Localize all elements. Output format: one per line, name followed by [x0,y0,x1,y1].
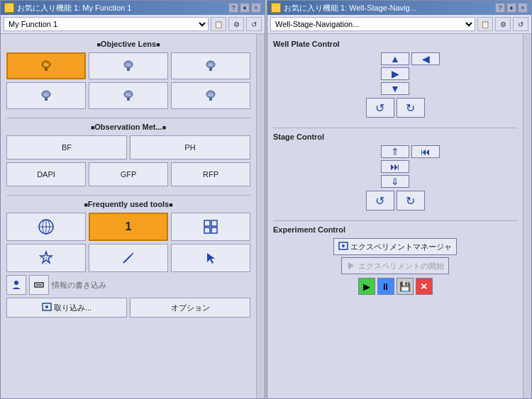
wp-left-button[interactable]: ◀ [411,52,440,65]
left-title-icon [4,3,14,13]
wp-down-button[interactable]: ▼ [381,82,409,95]
obj-4x-button[interactable]: 4x [6,52,86,79]
wand-icon [121,251,135,265]
lens-20x-icon: 20x [204,60,217,72]
close-button[interactable]: × [251,3,261,13]
svg-text:40x: 40x [44,93,48,96]
left-toolbar: My Function 1 📋 ⚙ ↺ [1,15,265,34]
objective-lens-title: Objective Lens [6,40,250,48]
right-title-text: お気に入り機能 1: Well-Stage-Navig... [284,3,416,13]
exp-stop-button[interactable]: ✕ [416,278,433,295]
obj-100x-button[interactable]: 100x [171,82,250,109]
rfp-button[interactable]: RFP [171,162,250,186]
svg-rect-7 [209,68,212,71]
stage-section: Stage Control ⇑ ⏮ ⏭ ⇓ ↺ ↻ [273,133,517,210]
stage-left2-button[interactable]: ⏮ [411,145,440,158]
svg-rect-16 [209,98,212,101]
exp-manager-label: エクスペリメントマネージャ [350,242,452,252]
obj-10x-button[interactable]: 10x [89,52,168,79]
right-copy-button[interactable]: 📋 [477,17,493,31]
well-plate-title: Well Plate Control [273,40,517,48]
left-panel: お気に入り機能 1: My Function 1 ? ♦ × My Functi… [0,0,265,399]
exp-start-row: エクスペリメントの開始 [273,257,517,274]
right-settings-button[interactable]: ⚙ [495,17,511,31]
tool-grid-row1: 1 [6,213,250,241]
ph-button[interactable]: PH [130,135,250,159]
lens-60x-icon: 60x [122,89,135,102]
exp-pause-button[interactable]: ⏸ [377,278,394,295]
navigation-dropdown[interactable]: Well-Stage-Navigation... [270,17,475,31]
grid-icon [204,220,218,234]
obj-20x-button[interactable]: 20x [171,52,250,79]
right-pin-button[interactable]: ♦ [506,3,516,13]
left-panel-inner: Objective Lens 4x 10x [1,34,265,398]
obs-row2: DAPI GFP RFP [6,162,250,186]
function-dropdown[interactable]: My Function 1 [4,17,209,31]
svg-rect-25 [211,227,217,233]
stage-title: Stage Control [273,133,517,141]
exp-save-button[interactable]: 💾 [397,278,414,295]
wp-rotate-ccw-button[interactable]: ↺ [366,98,394,118]
obj-60x-button[interactable]: 60x [89,82,168,109]
stage-down2-button[interactable]: ⇓ [381,175,409,188]
wp-rotate-cw-button[interactable]: ↻ [397,98,425,118]
wp-rotate-row: ↺ ↻ [273,98,517,118]
minus-rect-icon [33,279,45,291]
star-tool-button[interactable] [6,244,86,272]
exp-start-button[interactable]: エクスペリメントの開始 [341,257,449,274]
svg-line-29 [131,253,133,255]
help-button[interactable]: ? [228,3,238,13]
exp-manager-button[interactable]: エクスペリメントマネージャ [333,238,457,255]
experiment-title: Experiment Control [273,225,517,234]
bf-button[interactable]: BF [6,135,127,159]
import-button[interactable]: 取り込み... [6,298,127,317]
objective-lens-section: Objective Lens 4x 10x [6,40,250,109]
observation-title: Observation Met... [6,123,250,131]
svg-rect-4 [127,68,130,71]
pin-button[interactable]: ♦ [240,3,250,13]
svg-text:20x: 20x [209,63,213,67]
pointer-tool-button[interactable] [171,244,250,272]
person-icon-button[interactable] [6,275,26,295]
wand-tool-button[interactable] [89,244,168,272]
lens-4x-icon: 4x [40,60,52,72]
grid-tool-button[interactable] [171,213,250,241]
star-icon [38,250,54,266]
lens-100x-icon: 100x [204,89,217,102]
copy-button[interactable]: 📋 [211,17,226,31]
right-scrollbar[interactable] [523,34,531,398]
right-refresh-button[interactable]: ↺ [513,17,528,31]
right-panel: お気に入り機能 1: Well-Stage-Navig... ? ♦ × Wel… [267,0,532,399]
stage-rotate-cw-button[interactable]: ↻ [397,191,425,210]
num1-tool-button[interactable]: 1 [89,213,168,241]
stage-rotate-ccw-button[interactable]: ↺ [366,191,394,210]
right-content: Well Plate Control ▲ ◀ ▶ ▼ ↺ ↻ [267,34,523,398]
settings-button[interactable]: ⚙ [228,17,244,31]
svg-rect-1 [45,68,48,71]
lens-40x-icon: 40x [40,89,52,102]
minus-icon-button[interactable] [29,275,49,295]
svg-text:60x: 60x [126,93,131,96]
stage-up2-button[interactable]: ⇑ [381,145,409,158]
person-icon [11,279,22,291]
svg-point-34 [45,305,48,308]
right-help-button[interactable]: ? [495,3,505,13]
left-scrollbar[interactable] [256,34,265,398]
wp-right-button[interactable]: ▶ [381,67,409,80]
globe-tool-button[interactable] [6,213,86,241]
stage-right2-button[interactable]: ⏭ [381,160,409,173]
obj-40x-button[interactable]: 40x [6,82,86,109]
gfp-button[interactable]: GFP [89,162,168,186]
left-title-controls: ? ♦ × [228,3,261,13]
refresh-button[interactable]: ↺ [246,17,262,31]
wp-up-button[interactable]: ▲ [381,52,409,65]
exp-start-label: エクスペリメントの開始 [358,261,444,271]
svg-point-30 [14,281,18,285]
dapi-button[interactable]: DAPI [6,162,86,186]
exp-play-button[interactable]: ▶ [358,278,375,295]
exp-manager-row: エクスペリメントマネージャ [273,238,517,255]
right-close-button[interactable]: × [518,3,528,13]
lens-10x-icon: 10x [122,60,135,72]
option-button[interactable]: オプション [130,298,250,317]
import-btn-label: 取り込み... [54,303,92,313]
